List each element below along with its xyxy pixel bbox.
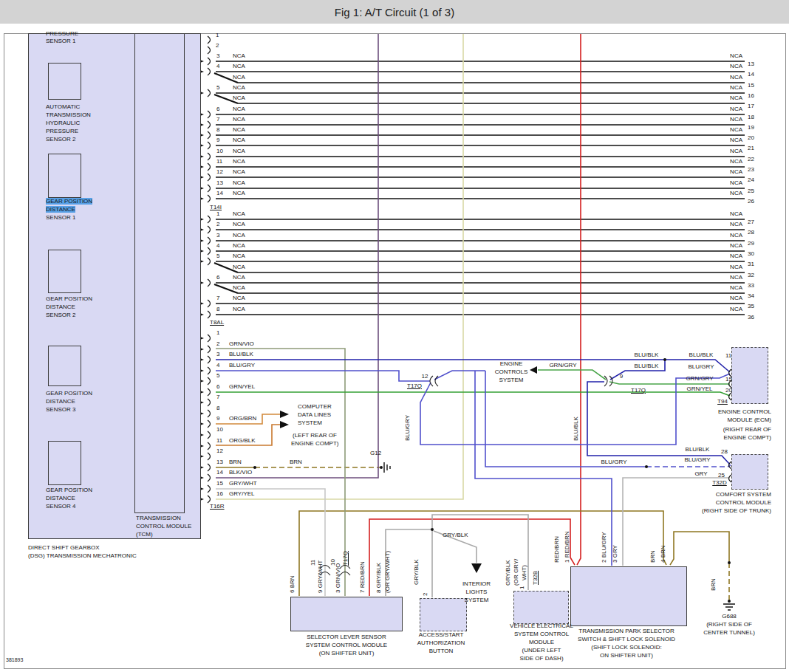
pin-number: 2	[216, 42, 219, 49]
pin-number: 2	[216, 221, 219, 227]
pin-connector-icon	[208, 410, 211, 417]
wire-junction-dot	[253, 466, 256, 469]
wire-junction-dot	[663, 358, 666, 361]
wire-color-label: NCA	[730, 168, 742, 175]
wire-color-label: NCA	[730, 63, 742, 69]
diagram-label: BLU/BLK	[689, 352, 714, 358]
diagram-label: G688	[722, 613, 737, 620]
wire-color-label: NCA	[730, 306, 742, 312]
diagram-label: LIGHTS	[466, 589, 488, 595]
destination-pin-number: 36	[748, 314, 754, 320]
diagram-label: GRY	[694, 470, 707, 477]
wire	[577, 34, 581, 565]
diagram-label: SYSTEM CONTROL MODULE	[306, 642, 387, 648]
wire-color-label: NCA	[233, 74, 245, 80]
destination-pin-number: 31	[748, 261, 754, 267]
pin-number: 5	[216, 372, 219, 379]
wire-color-label: NCA	[233, 264, 245, 270]
diagram-label: T17Q	[342, 551, 349, 566]
diagram-label: SYSTEM	[499, 377, 524, 383]
destination-pin-number: 23	[748, 166, 754, 173]
diagram-label: SELECTOR LEVER SENSOR	[307, 634, 386, 640]
diagram-label: T17Q	[407, 383, 422, 389]
diagram-label: INTERIOR	[462, 580, 491, 587]
pin-number: 7	[216, 295, 219, 301]
sensor-gpd3-box	[48, 346, 81, 386]
destination-pin-number: 19	[748, 124, 754, 131]
diagram-label: GEAR POSITION	[46, 390, 92, 397]
destination-pin-number: 34	[748, 292, 754, 299]
diagram-label: ENGINE COMPT)	[291, 440, 338, 447]
diagram-label: GEAR POSITION	[46, 295, 92, 302]
pin-connector-icon	[208, 496, 211, 503]
pin-connector-icon	[208, 237, 211, 244]
wire-color-label: GRY/WHT	[229, 480, 257, 487]
pin-connector-icon	[208, 121, 211, 128]
diagram-label: GRN/YEL	[686, 385, 712, 392]
destination-pin-number: 20	[748, 134, 754, 141]
pin-connector-icon	[208, 174, 211, 181]
wire-color-label: NCA	[730, 137, 742, 143]
pin-number: 12	[216, 168, 223, 175]
destination-pin-number: 32	[748, 272, 754, 278]
destination-pin-number: 25	[748, 188, 754, 194]
diagram-label: 28	[721, 448, 728, 455]
diagram-label: SYSTEM CONTROL	[514, 631, 569, 637]
wire	[623, 478, 730, 566]
wire-color-label: NCA	[730, 284, 742, 291]
wire-color-label: NCA	[730, 106, 742, 112]
diagram-id-number: 381893	[6, 656, 23, 663]
pin-connector-icon	[208, 131, 211, 139]
diagram-label: 2	[422, 593, 428, 596]
wire-junction-dot	[728, 600, 731, 603]
pin-connector-icon	[208, 279, 211, 287]
ground-g688-icon	[723, 604, 735, 610]
wire-color-label: NCA	[233, 295, 245, 301]
diagram-label: BLU/BLK	[635, 363, 659, 369]
pin-number: 5	[216, 253, 219, 259]
pin-connector-icon	[208, 111, 211, 118]
diagram-label: 9	[620, 373, 623, 380]
diagram-label: SENSOR 1	[46, 38, 75, 44]
pin-connector-icon	[208, 356, 211, 363]
diagram-label: CONTROLS	[495, 368, 527, 375]
selector-lever-module-box	[290, 597, 403, 631]
pin-number: 10	[216, 426, 223, 433]
pin-connector-icon	[208, 68, 211, 75]
pin-connector-icon	[208, 388, 211, 396]
diagram-label: PRESSURE	[46, 30, 78, 37]
connector-name-T8AL: T8AL	[210, 319, 224, 326]
wire-color-label: NCA	[730, 232, 742, 239]
wire-color-label: NCA	[233, 126, 245, 133]
wire	[475, 371, 612, 566]
diagram-label: AUTOMATIC	[46, 103, 80, 110]
pin-connector-icon	[208, 453, 211, 460]
diagram-label: DATA LINES	[298, 411, 331, 418]
pin-connector-icon	[208, 185, 211, 192]
wire-color-label: NCA	[730, 264, 742, 270]
diagram-label: 2 BLU/GRY	[601, 532, 607, 563]
pin-connector-icon	[208, 485, 211, 493]
diagram-label: BRN	[710, 578, 717, 591]
wire-color-label: BLU/GRY	[229, 362, 255, 368]
diagram-label: SENSOR 1	[46, 214, 75, 221]
destination-pin-number: 21	[748, 145, 754, 151]
pin-number: 6	[216, 106, 219, 112]
pin-number: 3	[216, 52, 219, 59]
destination-pin-number: 16	[748, 92, 754, 99]
diagram-label: (ON SHIFTER UNIT)	[319, 650, 375, 656]
pin-connector-icon	[208, 226, 211, 233]
wire-color-label: NCA	[233, 306, 245, 312]
wire	[386, 529, 432, 596]
sensor-gpd4-box	[48, 441, 81, 485]
destination-pin-number: 29	[748, 240, 754, 247]
diagram-label: PRESSURE	[46, 128, 78, 134]
diagram-label: T32D	[712, 479, 727, 486]
diagram-label: 4 BRN	[660, 545, 666, 563]
diagram-label: GRN/GRY	[686, 375, 713, 382]
inline-connector-icon	[609, 376, 612, 386]
wire-color-label: NCA	[730, 52, 742, 59]
pin-number: 3	[216, 351, 219, 357]
inline-connector-icon	[604, 376, 607, 386]
wire-color-label: NCA	[233, 106, 245, 112]
